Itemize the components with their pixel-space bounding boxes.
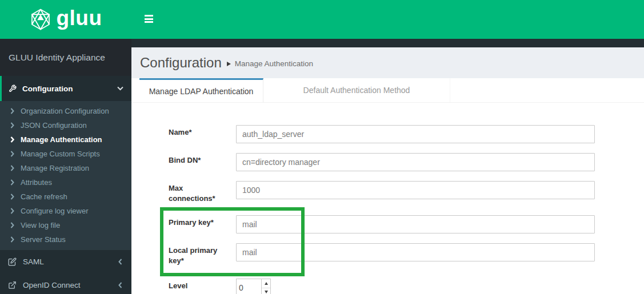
sidebar-item-server-status[interactable]: Server Status — [0, 232, 131, 247]
sidebar-item-openid-connect[interactable]: OpenID Connect — [0, 273, 131, 294]
tab-default-authentication-method[interactable]: Default Authentication Method — [263, 78, 450, 102]
chevron-left-icon — [118, 282, 122, 288]
brand-logo[interactable]: gluu — [0, 0, 131, 39]
triangle-up-icon — [265, 282, 268, 285]
sidebar-item-attributes[interactable]: Attributes — [0, 175, 131, 190]
sidebar-item-configure-log-viewer[interactable]: Configure log viewer — [0, 204, 131, 218]
appliance-title: GLUU Identity Appliance — [0, 39, 131, 76]
sidebar-section-label: Configuration — [22, 84, 73, 93]
submenu-label: JSON Configuration — [21, 121, 87, 130]
form-row-local-primary-key: Local primary key* — [169, 243, 644, 279]
breadcrumb-caret-icon — [227, 62, 231, 66]
sidebar-item-manage-registration[interactable]: Manage Registration — [0, 161, 131, 175]
chevron-down-icon — [117, 86, 123, 91]
page-title: Configuration — [140, 55, 222, 71]
configuration-submenu: Organization Configuration JSON Configur… — [0, 101, 131, 250]
form-row-level: Level — [169, 279, 644, 294]
breadcrumb-page: Manage Authentication — [235, 58, 313, 68]
main-area: Configuration Manage Authentication Mana… — [131, 0, 644, 294]
submenu-label: Manage Registration — [21, 164, 89, 172]
angle-right-icon — [10, 194, 14, 200]
spinner-up-button[interactable] — [262, 279, 270, 288]
sidebar: gluu GLUU Identity Appliance Configurati… — [0, 0, 131, 294]
pencil-square-icon — [8, 257, 17, 266]
sidebar-item-json-configuration[interactable]: JSON Configuration — [0, 118, 131, 132]
sidebar-item-cache-refresh[interactable]: Cache refresh — [0, 190, 131, 204]
level-spinner-buttons — [261, 279, 271, 294]
sidebar-item-label: OpenID Connect — [23, 281, 81, 289]
angle-right-icon — [10, 165, 14, 171]
sidebar-item-manage-authentication[interactable]: Manage Authentication — [0, 132, 131, 147]
submenu-label: Configure log viewer — [21, 207, 89, 215]
submenu-label: Server Status — [21, 235, 66, 244]
sidebar-item-saml[interactable]: SAML — [0, 250, 131, 273]
tab-bar: Manage LDAP Authentication Default Authe… — [131, 78, 644, 103]
form-row-name: Name* — [169, 125, 644, 153]
brand-logo-text: gluu — [56, 7, 102, 32]
angle-right-icon — [10, 222, 14, 228]
name-field[interactable] — [236, 125, 595, 143]
angle-right-icon — [10, 136, 14, 143]
sidebar-item-label: SAML — [23, 257, 44, 266]
name-label: Name* — [169, 125, 226, 138]
submenu-label: Organization Configuration — [21, 107, 109, 115]
breadcrumb: Configuration Manage Authentication — [131, 47, 644, 78]
level-field[interactable] — [236, 279, 261, 294]
header-divider — [131, 39, 644, 47]
sidebar-item-configuration[interactable]: Configuration — [0, 76, 131, 101]
sidebar-item-manage-custom-scripts[interactable]: Manage Custom Scripts — [0, 147, 131, 161]
submenu-label: Attributes — [21, 178, 52, 187]
submenu-label: Manage Authentication — [21, 135, 102, 144]
bind-dn-label: Bind DN* — [169, 153, 226, 166]
primary-key-label: Primary key* — [169, 215, 226, 228]
top-navbar — [131, 0, 644, 39]
local-primary-key-label: Local primary key* — [169, 243, 226, 266]
primary-key-field[interactable] — [236, 215, 595, 233]
max-connections-label: Max connections* — [169, 181, 226, 204]
external-link-icon — [8, 281, 17, 289]
angle-right-icon — [10, 108, 14, 114]
submenu-label: Cache refresh — [21, 192, 67, 201]
gluu-polyhedron-icon — [29, 7, 52, 31]
level-spinner — [236, 279, 271, 294]
sidebar-item-view-log-file[interactable]: View log file — [0, 218, 131, 232]
bind-dn-field[interactable] — [236, 153, 595, 171]
form-row-bind-dn: Bind DN* — [169, 153, 644, 181]
angle-right-icon — [10, 208, 14, 214]
content-panel: Manage LDAP Authentication Default Authe… — [131, 78, 644, 294]
ldap-authentication-form: Name* Bind DN* Max connections* Primary … — [131, 103, 644, 294]
hamburger-icon — [145, 15, 153, 17]
angle-right-icon — [10, 179, 14, 186]
chevron-left-icon — [118, 259, 122, 265]
spinner-down-button[interactable] — [262, 288, 270, 294]
submenu-label: Manage Custom Scripts — [21, 150, 100, 158]
angle-right-icon — [10, 236, 14, 243]
angle-right-icon — [10, 151, 14, 157]
local-primary-key-field[interactable] — [236, 243, 595, 261]
max-connections-field[interactable] — [236, 181, 595, 199]
submenu-label: View log file — [21, 221, 60, 229]
wrench-icon — [9, 84, 17, 92]
level-label: Level — [169, 279, 226, 291]
angle-right-icon — [10, 122, 14, 128]
sidebar-item-organization-configuration[interactable]: Organization Configuration — [0, 104, 131, 118]
triangle-down-icon — [265, 291, 268, 293]
form-row-primary-key: Primary key* — [169, 215, 644, 243]
sidebar-toggle-button[interactable] — [145, 15, 153, 25]
form-row-max-connections: Max connections* — [169, 181, 644, 215]
tab-manage-ldap-authentication[interactable]: Manage LDAP Authentication — [139, 78, 263, 102]
